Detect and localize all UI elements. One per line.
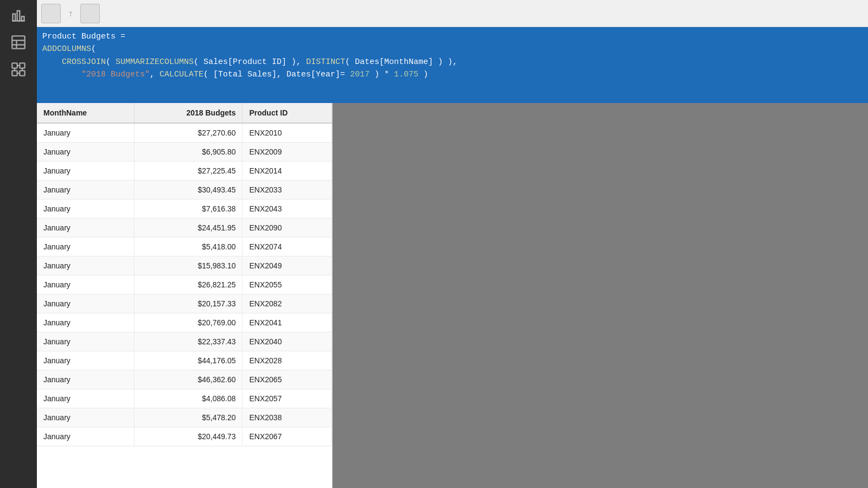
cell-product: ENX2010	[242, 123, 332, 143]
cell-budget: $20,769.00	[135, 313, 242, 332]
svg-rect-0	[13, 14, 16, 21]
svg-rect-9	[20, 63, 24, 68]
cell-month: January	[37, 181, 135, 200]
col-header-budgets[interactable]: 2018 Budgets	[135, 103, 242, 123]
cell-product: ENX2041	[242, 313, 332, 332]
table-row: January$7,616.38ENX2043	[37, 200, 332, 219]
cell-product: ENX2074	[242, 237, 332, 256]
table-row: January$44,176.05ENX2028	[37, 351, 332, 370]
cell-product: ENX2028	[242, 351, 332, 370]
table-row: January$30,493.45ENX2033	[37, 181, 332, 200]
cell-budget: $44,176.05	[135, 351, 242, 370]
table-row: January$26,821.25ENX2055	[37, 275, 332, 294]
model-icon[interactable]	[4, 56, 33, 82]
cell-product: ENX2049	[242, 256, 332, 275]
sidebar	[0, 0, 37, 488]
cell-product: ENX2057	[242, 389, 332, 408]
table-header-row: MonthName 2018 Budgets Product ID	[37, 103, 332, 123]
svg-rect-4	[12, 36, 24, 48]
table-body: January$27,270.60ENX2010January$6,905.80…	[37, 123, 332, 446]
cell-budget: $5,418.00	[135, 237, 242, 256]
cell-month: January	[37, 370, 135, 389]
cell-month: January	[37, 294, 135, 313]
bar-chart-icon[interactable]	[4, 2, 33, 28]
svg-rect-11	[20, 70, 24, 75]
confirm-button[interactable]	[80, 4, 100, 23]
cell-product: ENX2009	[242, 143, 332, 162]
content-area: MonthName 2018 Budgets Product ID Januar…	[37, 103, 868, 488]
cell-month: January	[37, 408, 135, 427]
cell-product: ENX2090	[242, 219, 332, 237]
svg-rect-10	[12, 70, 17, 75]
cell-budget: $7,616.38	[135, 200, 242, 219]
cell-product: ENX2043	[242, 200, 332, 219]
cell-budget: $22,337.43	[135, 332, 242, 351]
table-row: January$5,418.00ENX2074	[37, 237, 332, 256]
svg-rect-8	[12, 63, 17, 68]
table-panel: MonthName 2018 Budgets Product ID Januar…	[37, 103, 333, 488]
svg-rect-2	[22, 16, 24, 21]
cancel-button[interactable]	[41, 4, 61, 23]
cell-product: ENX2014	[242, 162, 332, 181]
cell-budget: $15,983.10	[135, 256, 242, 275]
cell-month: January	[37, 351, 135, 370]
table-row: January$24,451.95ENX2090	[37, 219, 332, 237]
cell-product: ENX2067	[242, 427, 332, 446]
cell-budget: $27,225.45	[135, 162, 242, 181]
cell-month: January	[37, 200, 135, 219]
main-area: ↑ Product Budgets = ADDCOLUMNS( CROSSJOI…	[37, 0, 868, 488]
cell-budget: $4,086.08	[135, 389, 242, 408]
table-row: January$20,157.33ENX2082	[37, 294, 332, 313]
table-icon[interactable]	[4, 29, 33, 55]
table-row: January$20,769.00ENX2041	[37, 313, 332, 332]
toolbar: ↑	[37, 0, 868, 27]
table-row: January$5,478.20ENX2038	[37, 408, 332, 427]
col-header-productid[interactable]: Product ID	[242, 103, 332, 123]
data-table: MonthName 2018 Budgets Product ID Januar…	[37, 103, 332, 446]
table-row: January$46,362.60ENX2065	[37, 370, 332, 389]
cell-month: January	[37, 123, 135, 143]
cell-month: January	[37, 256, 135, 275]
table-row: January$22,337.43ENX2040	[37, 332, 332, 351]
cell-budget: $6,905.80	[135, 143, 242, 162]
cell-budget: $46,362.60	[135, 370, 242, 389]
cell-product: ENX2055	[242, 275, 332, 294]
cell-product: ENX2033	[242, 181, 332, 200]
table-row: January$4,086.08ENX2057	[37, 389, 332, 408]
cell-month: January	[37, 389, 135, 408]
cell-month: January	[37, 143, 135, 162]
cell-budget: $20,157.33	[135, 294, 242, 313]
cell-month: January	[37, 237, 135, 256]
cell-month: January	[37, 332, 135, 351]
cell-month: January	[37, 313, 135, 332]
table-row: January$15,983.10ENX2049	[37, 256, 332, 275]
cell-budget: $5,478.20	[135, 408, 242, 427]
table-row: January$27,225.45ENX2014	[37, 162, 332, 181]
cell-product: ENX2065	[242, 370, 332, 389]
cell-budget: $27,270.60	[135, 123, 242, 143]
formula-bar[interactable]: Product Budgets = ADDCOLUMNS( CROSSJOIN(…	[37, 27, 868, 103]
cursor-indicator: ↑	[63, 6, 78, 21]
cell-month: January	[37, 162, 135, 181]
gray-area	[333, 103, 868, 488]
cell-month: January	[37, 219, 135, 237]
svg-rect-1	[17, 11, 20, 21]
cell-product: ENX2040	[242, 332, 332, 351]
cell-budget: $30,493.45	[135, 181, 242, 200]
cell-month: January	[37, 427, 135, 446]
cell-budget: $24,451.95	[135, 219, 242, 237]
col-header-monthname[interactable]: MonthName	[37, 103, 135, 123]
formula-text: Product Budgets = ADDCOLUMNS( CROSSJOIN(…	[42, 30, 863, 81]
cell-budget: $26,821.25	[135, 275, 242, 294]
cell-product: ENX2038	[242, 408, 332, 427]
table-row: January$6,905.80ENX2009	[37, 143, 332, 162]
table-row: January$20,449.73ENX2067	[37, 427, 332, 446]
cell-month: January	[37, 275, 135, 294]
table-row: January$27,270.60ENX2010	[37, 123, 332, 143]
cell-product: ENX2082	[242, 294, 332, 313]
cell-budget: $20,449.73	[135, 427, 242, 446]
